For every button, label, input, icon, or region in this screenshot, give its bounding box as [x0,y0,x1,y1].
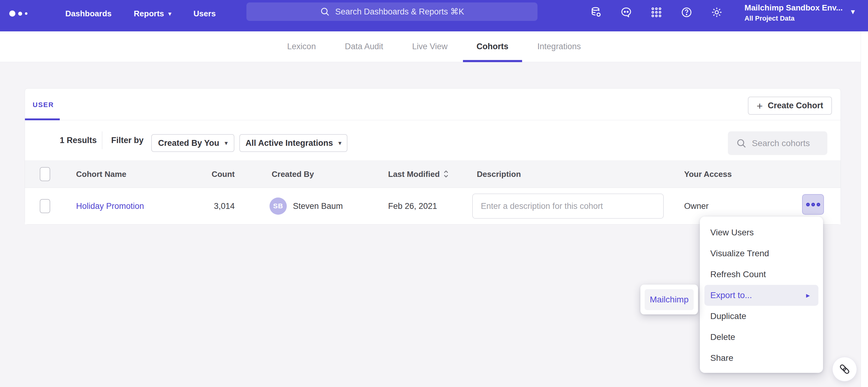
scrollbar-track[interactable] [861,31,868,387]
chevron-down-icon: ▾ [168,11,172,16]
results-count: 1 Results [60,136,97,145]
nav-label: Reports [134,9,164,19]
last-modified-date: Feb 26, 2021 [388,202,437,211]
search-cohorts-input[interactable]: Search cohorts [728,131,827,155]
created-by-filter-dropdown[interactable]: Created By You ▾ [151,134,235,152]
project-switcher[interactable]: Mailchimp Sandbox Env... All Project Dat… [744,3,846,23]
link-icon [838,363,851,376]
help-icon[interactable] [680,6,693,19]
tab-lexicon[interactable]: Lexicon [287,31,316,62]
tab-cohorts[interactable]: Cohorts [476,31,508,62]
cohort-count: 3,014 [185,202,235,211]
menu-item-refresh-count[interactable]: Refresh Count [700,264,823,285]
submenu-arrow-icon: ▸ [806,291,810,300]
mixpanel-dots-logo[interactable] [9,10,43,16]
copy-link-fab[interactable] [832,357,857,382]
col-your-access[interactable]: Your Access [684,169,732,179]
avatar: SB [270,198,287,215]
row-checkbox[interactable] [40,199,50,213]
nav-item-users[interactable]: Users [193,9,216,19]
cohort-name-link[interactable]: Holiday Promotion [76,202,144,211]
access-value: Owner [684,202,709,211]
nav-label: Users [193,9,216,19]
tab-live-view[interactable]: Live View [412,31,447,62]
create-cohort-button[interactable]: + Create Cohort [748,97,832,115]
export-submenu: Mailchimp [640,285,698,314]
col-count[interactable]: Count [185,169,235,179]
filter-by-label: Filter by [111,136,144,145]
search-cohorts-placeholder: Search cohorts [752,138,810,148]
filter-row: 1 Results Filter by Created By You ▾ All… [25,120,841,160]
tab-integrations[interactable]: Integrations [537,31,581,62]
menu-item-delete[interactable]: Delete [700,327,823,348]
menu-item-visualize-trend[interactable]: Visualize Trend [700,243,823,264]
more-options-icon [806,203,810,206]
menu-item-duplicate[interactable]: Duplicate [700,306,823,327]
project-name: Mailchimp Sandbox Env... [744,3,846,12]
menu-item-view-users[interactable]: View Users [700,222,823,243]
project-caret-icon[interactable]: ▼ [849,8,856,16]
nav-label: Dashboards [65,9,112,19]
nav-item-reports[interactable]: Reports ▾ [134,9,171,19]
cohorts-card: USER + Create Cohort 1 Results Filter by… [25,88,841,224]
feedback-icon[interactable] [620,6,632,19]
col-last-modified[interactable]: Last Modified [388,169,449,179]
card-tab-row: USER + Create Cohort [25,89,841,120]
tab-user-cohorts[interactable]: USER [33,101,54,109]
table-header: Cohort Name Count Created By Last Modifi… [25,160,841,188]
submenu-item-mailchimp[interactable]: Mailchimp [645,289,694,310]
global-search-placeholder: Search Dashboards & Reports ⌘K [335,7,464,16]
nav-item-dashboards[interactable]: Dashboards [65,9,112,19]
select-all-checkbox[interactable] [40,167,50,181]
project-scope: All Project Data [744,14,846,23]
menu-item-export-to[interactable]: Export to... ▸ [705,285,818,306]
apps-grid-icon[interactable] [650,6,662,19]
menu-item-share[interactable]: Share [700,348,823,368]
col-cohort-name[interactable]: Cohort Name [76,169,126,179]
chevron-down-icon: ▾ [339,140,341,146]
top-nav: Dashboards Reports ▾ Users Search Dashbo… [0,0,868,31]
sort-icon [443,170,449,178]
chevron-down-icon: ▾ [225,140,228,146]
global-search-input[interactable]: Search Dashboards & Reports ⌘K [246,2,537,21]
search-icon [736,138,747,149]
description-input[interactable] [472,194,664,219]
row-more-options-button[interactable] [802,194,824,215]
col-description[interactable]: Description [477,169,521,179]
data-management-icon[interactable] [590,6,602,19]
section-tabbar: Lexicon Data Audit Live View Cohorts Int… [0,31,868,62]
created-by-name: Steven Baum [293,202,343,211]
tab-data-audit[interactable]: Data Audit [345,31,383,62]
search-icon [320,6,330,17]
integrations-filter-dropdown[interactable]: All Active Integrations ▾ [239,134,347,152]
col-created-by[interactable]: Created By [272,169,314,179]
settings-icon[interactable] [711,6,723,19]
cohort-context-menu: View Users Visualize Trend Refresh Count… [700,217,823,373]
create-cohort-label: Create Cohort [768,101,823,110]
nav-icon-group [590,3,723,22]
